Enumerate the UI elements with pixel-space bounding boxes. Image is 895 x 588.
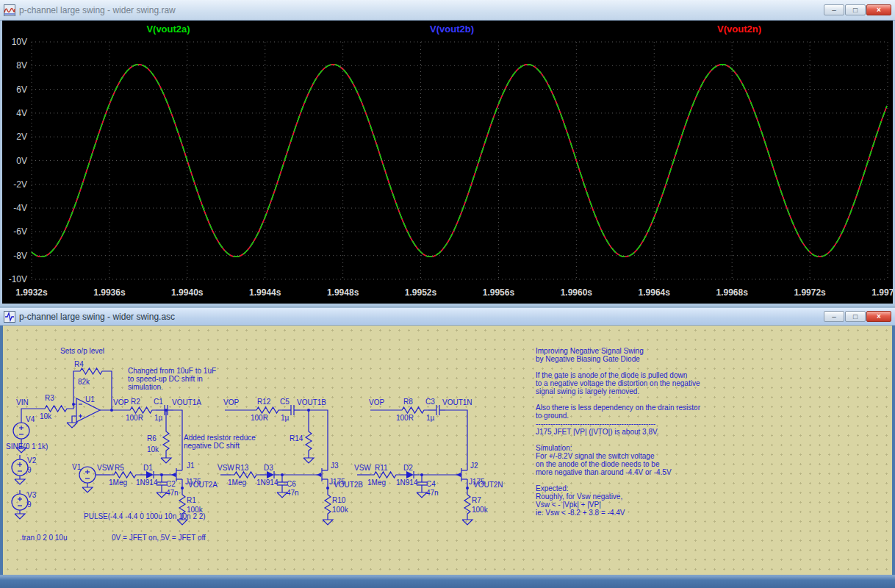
schematic-text[interactable]: 100k [472, 506, 489, 514]
schematic-text[interactable]: C5 [280, 398, 290, 406]
schematic-text[interactable]: 47n [287, 489, 299, 497]
schematic-text[interactable]: VOUT2N [473, 481, 503, 489]
schematic-text[interactable]: to ground. [536, 412, 569, 420]
schematic-text[interactable]: Simulation: [536, 444, 572, 452]
ground-symbol[interactable] [157, 492, 167, 498]
wire[interactable] [445, 410, 467, 462]
trace-V(vout2b)[interactable] [32, 65, 887, 257]
schematic-text[interactable]: VSW [354, 464, 371, 472]
schematic-text[interactable]: to a negative voltage the distortion on … [536, 379, 700, 387]
schematic-text[interactable]: 1Meg [109, 478, 127, 487]
ground-symbol[interactable] [417, 492, 427, 498]
schematic-text[interactable]: to speed-up DC shift in [128, 375, 203, 383]
schematic-text[interactable]: R7 [472, 496, 481, 504]
resistor[interactable] [41, 406, 71, 412]
ground-symbol[interactable] [177, 520, 187, 525]
resistor[interactable] [76, 368, 106, 374]
schematic-text[interactable]: VOUT1B [297, 398, 326, 406]
schematic-text[interactable]: C2 [166, 480, 176, 488]
ground-symbol[interactable] [303, 458, 314, 463]
schematic-text[interactable]: 0V = JFET on, 5V = JFET off [112, 534, 206, 542]
schematic-text[interactable]: J3 [331, 462, 339, 470]
maximize-button[interactable]: □ [845, 311, 866, 322]
voltage-source[interactable] [79, 467, 96, 483]
schematic-text[interactable]: VOP [113, 398, 129, 406]
trace-label[interactable]: V(vout2b) [430, 24, 474, 35]
schematic-text[interactable]: 9 [27, 501, 32, 509]
schematic-text[interactable]: 9 [27, 466, 32, 474]
schematic-text[interactable]: V4 [26, 415, 35, 423]
schematic-text[interactable]: Also there is less dependency on the dra… [536, 404, 701, 412]
schematic-canvas-area[interactable]: VINR310kU1Sets o/p levelR482kVOPR2100RC1… [0, 326, 895, 575]
schematic-text[interactable]: V1 [72, 463, 82, 471]
trace-V(vout2a)[interactable] [32, 65, 887, 257]
diode[interactable] [406, 471, 414, 478]
schematic-text[interactable]: C6 [287, 480, 296, 488]
schematic-text[interactable]: 10k [147, 445, 159, 453]
schematic-text[interactable]: 82k [78, 378, 90, 386]
resistor[interactable] [231, 472, 260, 478]
schematic-text[interactable]: R4 [74, 360, 84, 368]
schematic-text[interactable]: Sets o/p level [60, 347, 104, 355]
schematic-drawing[interactable]: VINR310kU1Sets o/p levelR482kVOPR2100RC1… [3, 326, 892, 575]
schematic-text[interactable]: 1Meg [367, 478, 386, 487]
schematic-text[interactable]: 1N914 [256, 478, 278, 487]
schematic-text[interactable]: VSW [218, 464, 234, 472]
schematic-text[interactable]: VOUT1N [442, 398, 472, 406]
ground-symbol[interactable] [161, 458, 171, 463]
ground-symbol[interactable] [277, 492, 287, 498]
schematic-text[interactable]: VOUT2A [188, 481, 218, 489]
schematic-text[interactable]: For +/-8.2V signal the switch voltage [536, 452, 655, 460]
schematic-text[interactable]: VOP [223, 398, 239, 406]
resistor[interactable] [163, 429, 169, 453]
schematic-text[interactable]: 10k [40, 412, 52, 420]
schematic-text[interactable]: R3 [45, 394, 54, 402]
schematic-text[interactable]: signal swing is largely removed. [536, 387, 639, 395]
schematic-text[interactable]: Expected: [536, 484, 568, 492]
voltage-source[interactable] [12, 459, 28, 476]
schematic-text[interactable]: more negative than around -4.4V or -4.5V [536, 468, 672, 476]
schematic-text[interactable]: 1µ [426, 414, 435, 422]
schematic-text[interactable]: 100R [251, 414, 268, 422]
schematic-text[interactable]: V3 [27, 491, 37, 499]
ground-symbol[interactable] [323, 520, 333, 525]
voltage-source[interactable] [12, 494, 28, 510]
schematic-text[interactable]: SINE(0 1 1k) [6, 442, 48, 451]
schematic-text[interactable]: R14 [290, 434, 303, 442]
schematic-window-titlebar[interactable]: p-channel large swing - wider swing.asc … [0, 308, 895, 326]
schematic-text[interactable]: VOUT2B [334, 481, 363, 489]
schematic-text[interactable]: Roughly, for Vsw negative, [536, 492, 622, 501]
minimize-button[interactable]: – [824, 311, 844, 322]
resistor[interactable] [370, 472, 400, 478]
schematic-text[interactable]: 47n [426, 489, 439, 497]
schematic-text[interactable]: simulation. [128, 383, 163, 391]
schematic-text[interactable]: negative DC shift [184, 442, 240, 450]
maximize-button[interactable]: □ [845, 4, 866, 15]
schematic-text[interactable]: Added resistor reduce [184, 434, 256, 442]
schematic-text[interactable]: J175 JFET |VP| (|VTO|) is about 3.8V. [536, 428, 659, 436]
resistor[interactable] [325, 492, 331, 517]
schematic-text[interactable]: R10 [332, 496, 346, 504]
schematic-text[interactable]: R5 [115, 464, 124, 472]
ground-symbol[interactable] [82, 487, 93, 492]
schematic-text[interactable]: on the anode of the diode needs to be [536, 460, 660, 468]
schematic-text[interactable]: R1 [187, 496, 196, 504]
ground-symbol[interactable] [15, 479, 25, 484]
voltage-source[interactable] [13, 423, 29, 439]
jfet-gate-arrow[interactable] [456, 473, 461, 477]
schematic-text[interactable]: U1 [85, 395, 95, 404]
schematic-text[interactable]: D2 [403, 464, 413, 472]
schematic-text[interactable]: V2 [27, 456, 37, 465]
jfet-gate-arrow[interactable] [317, 473, 321, 477]
schematic-text[interactable]: C3 [425, 398, 435, 406]
wire[interactable] [72, 416, 76, 423]
schematic-text[interactable]: 100k [332, 506, 349, 514]
waveform-plot-area[interactable]: 10V8V6V4V2V0V-2V-4V-6V-8V-10V1.9932s1.99… [0, 21, 895, 306]
schematic-text[interactable]: by Negative Biasing Gate Diode [536, 355, 640, 363]
diode[interactable] [146, 471, 154, 478]
trace-label[interactable]: V(vout2a) [146, 24, 190, 35]
schematic-text[interactable]: VOP [369, 398, 384, 406]
schematic-text[interactable]: VIN [16, 398, 29, 406]
schematic-text[interactable]: 1N914 [136, 478, 158, 487]
schematic-text[interactable]: PULSE(-4.4 -4.4 0 100u 10n 10n 2 2) [84, 512, 206, 520]
